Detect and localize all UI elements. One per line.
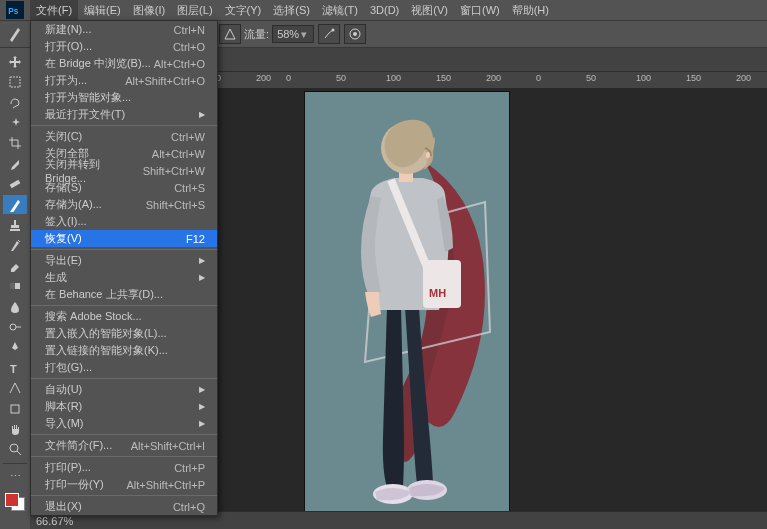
document-canvas[interactable]: MH xyxy=(305,92,509,512)
dodge-tool[interactable] xyxy=(3,317,27,336)
heal-tool[interactable] xyxy=(3,174,27,193)
svg-point-7 xyxy=(353,32,357,36)
path-tool[interactable] xyxy=(3,379,27,398)
wand-tool[interactable] xyxy=(3,113,27,132)
ruler-mark: 200 xyxy=(736,73,751,83)
menu-item[interactable]: 关闭并转到 Bridge...Shift+Ctrl+W xyxy=(31,162,217,179)
menubar: Ps 文件(F)编辑(E)图像(I)图层(L)文字(Y)选择(S)滤镜(T)3D… xyxy=(0,0,767,20)
menu-2[interactable]: 图像(I) xyxy=(127,0,171,20)
menu-item[interactable]: 搜索 Adobe Stock... xyxy=(31,308,217,325)
eyedropper-tool[interactable] xyxy=(3,154,27,173)
menu-item[interactable]: 打印(P)...Ctrl+P xyxy=(31,459,217,476)
type-tool[interactable]: T xyxy=(3,358,27,377)
menu-item[interactable]: 存储为(A)...Shift+Ctrl+S xyxy=(31,196,217,213)
menu-separator xyxy=(31,456,217,457)
menu-3[interactable]: 图层(L) xyxy=(171,0,218,20)
history-brush-tool[interactable] xyxy=(3,236,27,255)
menu-item[interactable]: 打印一份(Y)Alt+Shift+Ctrl+P xyxy=(31,476,217,493)
menu-4[interactable]: 文字(Y) xyxy=(219,0,268,20)
blur-tool[interactable] xyxy=(3,297,27,316)
menu-item[interactable]: 生成▶ xyxy=(31,269,217,286)
menu-item[interactable]: 自动(U)▶ xyxy=(31,381,217,398)
menu-separator xyxy=(31,378,217,379)
pen-tool[interactable] xyxy=(3,338,27,357)
airbrush-icon[interactable] xyxy=(318,24,340,44)
menu-item[interactable]: 导出(E)▶ xyxy=(31,252,217,269)
menu-10[interactable]: 帮助(H) xyxy=(506,0,555,20)
ruler-mark: 200 xyxy=(256,73,271,83)
eraser-tool[interactable] xyxy=(3,256,27,275)
menu-item[interactable]: 签入(I)... xyxy=(31,213,217,230)
lasso-tool[interactable] xyxy=(3,93,27,112)
move-tool[interactable] xyxy=(3,52,27,71)
ruler-mark: 50 xyxy=(586,73,596,83)
svg-point-15 xyxy=(10,444,18,452)
menu-item[interactable]: 置入嵌入的智能对象(L)... xyxy=(31,325,217,342)
svg-rect-11 xyxy=(10,283,15,289)
svg-text:MH: MH xyxy=(429,287,446,299)
ruler-mark: 200 xyxy=(486,73,501,83)
menu-6[interactable]: 滤镜(T) xyxy=(316,0,364,20)
flow-input[interactable]: 58%▾ xyxy=(272,25,314,43)
svg-text:T: T xyxy=(10,363,17,375)
menu-8[interactable]: 视图(V) xyxy=(405,0,454,20)
menu-separator xyxy=(31,305,217,306)
svg-rect-8 xyxy=(10,77,20,87)
ruler-mark: 100 xyxy=(386,73,401,83)
hand-tool[interactable] xyxy=(3,419,27,438)
menu-item[interactable]: 在 Behance 上共享(D)... xyxy=(31,286,217,303)
menu-1[interactable]: 编辑(E) xyxy=(78,0,127,20)
svg-point-12 xyxy=(10,324,16,330)
menu-item[interactable]: 置入链接的智能对象(K)... xyxy=(31,342,217,359)
size-pressure-icon[interactable] xyxy=(344,24,366,44)
svg-point-5 xyxy=(332,29,335,32)
menu-item[interactable]: 脚本(R)▶ xyxy=(31,398,217,415)
shape-tool[interactable] xyxy=(3,399,27,418)
menu-item[interactable]: 打开(O)...Ctrl+O xyxy=(31,38,217,55)
opacity-pressure-icon[interactable] xyxy=(219,24,241,44)
current-tool-icon[interactable] xyxy=(4,23,28,45)
edit-toolbar[interactable]: ⋯ xyxy=(3,467,27,486)
crop-tool[interactable] xyxy=(3,134,27,153)
menu-item[interactable]: 恢复(V)F12 xyxy=(31,230,217,247)
menu-7[interactable]: 3D(D) xyxy=(364,0,405,20)
file-menu-dropdown: 新建(N)...Ctrl+N打开(O)...Ctrl+O在 Bridge 中浏览… xyxy=(30,20,218,516)
menu-item[interactable]: 最近打开文件(T)▶ xyxy=(31,106,217,123)
menu-item[interactable]: 打包(G)... xyxy=(31,359,217,376)
color-swatch[interactable] xyxy=(5,493,25,511)
stamp-tool[interactable] xyxy=(3,215,27,234)
foreground-color[interactable] xyxy=(5,493,19,507)
svg-text:Ps: Ps xyxy=(8,7,19,16)
menu-item[interactable]: 文件简介(F)...Alt+Shift+Ctrl+I xyxy=(31,437,217,454)
svg-rect-14 xyxy=(11,405,19,413)
ruler-mark: 0 xyxy=(286,73,291,83)
tools-panel: T ⋯ xyxy=(0,48,30,511)
menu-separator xyxy=(31,125,217,126)
menu-item[interactable]: 在 Bridge 中浏览(B)...Alt+Ctrl+O xyxy=(31,55,217,72)
ruler-mark: 100 xyxy=(636,73,651,83)
zoom-status[interactable]: 66.67% xyxy=(36,515,73,527)
menu-item[interactable]: 新建(N)...Ctrl+N xyxy=(31,21,217,38)
menu-separator xyxy=(31,434,217,435)
menu-separator xyxy=(31,495,217,496)
menu-item[interactable]: 关闭(C)Ctrl+W xyxy=(31,128,217,145)
menu-9[interactable]: 窗口(W) xyxy=(454,0,506,20)
svg-rect-18 xyxy=(423,260,461,308)
gradient-tool[interactable] xyxy=(3,276,27,295)
flow-label: 流量: xyxy=(244,27,269,42)
brush-tool[interactable] xyxy=(3,195,27,214)
menu-item[interactable]: 打开为智能对象... xyxy=(31,89,217,106)
menu-separator xyxy=(31,249,217,250)
menu-0[interactable]: 文件(F) xyxy=(30,0,78,20)
svg-rect-9 xyxy=(10,180,21,188)
zoom-tool[interactable] xyxy=(3,440,27,459)
ruler-mark: 150 xyxy=(686,73,701,83)
menu-5[interactable]: 选择(S) xyxy=(267,0,316,20)
menu-item[interactable]: 退出(X)Ctrl+Q xyxy=(31,498,217,515)
ruler-mark: 150 xyxy=(436,73,451,83)
menu-item[interactable]: 导入(M)▶ xyxy=(31,415,217,432)
marquee-tool[interactable] xyxy=(3,72,27,91)
ruler-mark: 50 xyxy=(336,73,346,83)
menu-item[interactable]: 打开为...Alt+Shift+Ctrl+O xyxy=(31,72,217,89)
ruler-mark: 0 xyxy=(536,73,541,83)
